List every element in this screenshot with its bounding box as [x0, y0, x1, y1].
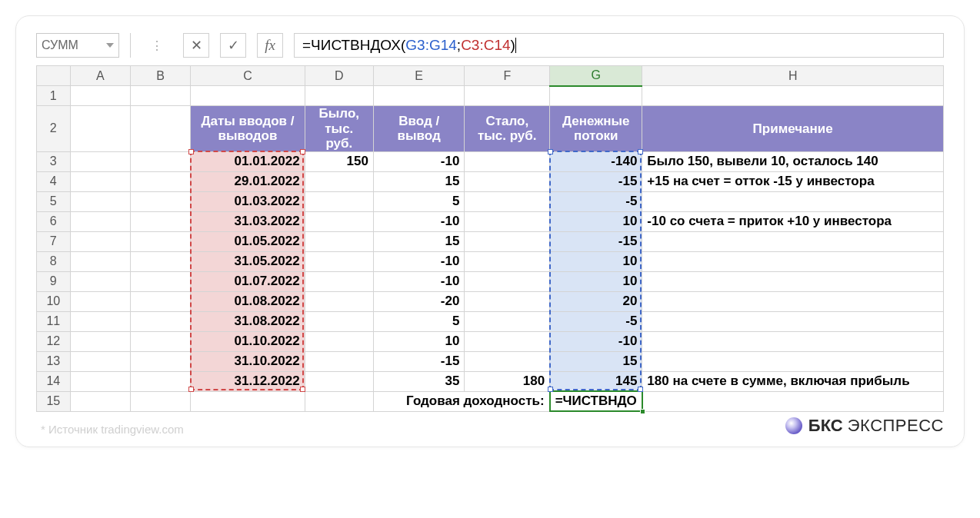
col-header-H[interactable]: H: [642, 66, 944, 86]
cell-was[interactable]: 150: [305, 151, 373, 171]
cell-note[interactable]: [642, 271, 944, 291]
cell-io[interactable]: 5: [373, 191, 464, 211]
select-all-corner[interactable]: [37, 66, 71, 86]
spreadsheet-grid[interactable]: A B C D E F G H 12Даты вводов / выводовБ…: [36, 65, 944, 412]
cell-became[interactable]: [465, 211, 550, 231]
cell-flow[interactable]: -5: [550, 191, 642, 211]
col-header-D[interactable]: D: [305, 66, 373, 86]
formula-input[interactable]: =ЧИСТВНДОХ(G3:G14;C3:C14): [294, 33, 944, 58]
cell-flow[interactable]: -5: [550, 311, 642, 331]
cell-date[interactable]: 01.01.2022: [191, 151, 305, 171]
row-2-header: 2Даты вводов / выводовБыло, тыс. руб.Вво…: [37, 106, 944, 152]
header-E: Ввод / вывод: [373, 106, 464, 152]
cell-io[interactable]: 35: [373, 371, 464, 391]
cell-io[interactable]: -10: [373, 211, 464, 231]
cell-flow[interactable]: -140: [550, 151, 642, 171]
cell-was[interactable]: [305, 211, 373, 231]
cell-note[interactable]: [642, 291, 944, 311]
confirm-button[interactable]: ✓: [220, 33, 246, 58]
cell-was[interactable]: [305, 331, 373, 351]
cell-was[interactable]: [305, 351, 373, 371]
cell-date[interactable]: 01.08.2022: [191, 291, 305, 311]
cell-note[interactable]: -10 со счета = приток +10 у инвестора: [642, 211, 944, 231]
col-header-B[interactable]: B: [130, 66, 190, 86]
cell-flow[interactable]: 10: [550, 271, 642, 291]
cell-note[interactable]: +15 на счет = отток -15 у инвестора: [642, 171, 944, 191]
cell-date[interactable]: 31.05.2022: [191, 251, 305, 271]
cell-became[interactable]: [465, 171, 550, 191]
cell-note[interactable]: Было 150, вывели 10, осталось 140: [642, 151, 944, 171]
cell-io[interactable]: -10: [373, 271, 464, 291]
cell-flow[interactable]: -10: [550, 331, 642, 351]
cell-became[interactable]: 180: [465, 371, 550, 391]
cell-became[interactable]: [465, 331, 550, 351]
name-box[interactable]: СУММ: [36, 33, 119, 58]
cell-date[interactable]: 31.03.2022: [191, 211, 305, 231]
name-box-value: СУММ: [42, 38, 78, 52]
cell-was[interactable]: [305, 311, 373, 331]
cell-was[interactable]: [305, 251, 373, 271]
cell-flow[interactable]: 20: [550, 291, 642, 311]
cell-io[interactable]: -20: [373, 291, 464, 311]
cell-was[interactable]: [305, 231, 373, 251]
cell-io[interactable]: -10: [373, 251, 464, 271]
brand-thin: ЭКСПРЕСС: [848, 416, 944, 435]
cell-date[interactable]: 01.03.2022: [191, 191, 305, 211]
cell-date[interactable]: 29.01.2022: [191, 171, 305, 191]
cell-date[interactable]: 01.10.2022: [191, 331, 305, 351]
cell-flow[interactable]: 145: [550, 371, 642, 391]
cell-io[interactable]: 15: [373, 231, 464, 251]
cell-flow[interactable]: 10: [550, 211, 642, 231]
col-header-A[interactable]: A: [70, 66, 130, 86]
data-row: 831.05.2022-1010: [37, 251, 944, 271]
cell-was[interactable]: [305, 371, 373, 391]
data-row: 501.03.20225-5: [37, 191, 944, 211]
cell-note[interactable]: [642, 191, 944, 211]
cell-became[interactable]: [465, 351, 550, 371]
cell-note[interactable]: 180 на счете в сумме, включая прибыль: [642, 371, 944, 391]
cell-date[interactable]: 01.07.2022: [191, 271, 305, 291]
cancel-button[interactable]: ✕: [183, 33, 209, 58]
cell-flow[interactable]: -15: [550, 171, 642, 191]
cell-note[interactable]: [642, 311, 944, 331]
cell-note[interactable]: [642, 331, 944, 351]
cell-flow[interactable]: 15: [550, 351, 642, 371]
active-cell[interactable]: =ЧИСТВНДО: [550, 391, 642, 411]
cell-note[interactable]: [642, 251, 944, 271]
cell-note[interactable]: [642, 351, 944, 371]
col-header-C[interactable]: C: [191, 66, 305, 86]
cell-became[interactable]: [465, 231, 550, 251]
cell-note[interactable]: [642, 231, 944, 251]
cell-date[interactable]: 31.08.2022: [191, 311, 305, 331]
cell-was[interactable]: [305, 271, 373, 291]
fill-handle[interactable]: [640, 409, 645, 414]
cell-was[interactable]: [305, 171, 373, 191]
cell-date[interactable]: 31.12.2022: [191, 371, 305, 391]
cell-date[interactable]: 01.05.2022: [191, 231, 305, 251]
cell-was[interactable]: [305, 191, 373, 211]
cell-was[interactable]: [305, 291, 373, 311]
result-label: Годовая доходность:: [373, 391, 549, 411]
cell-became[interactable]: [465, 311, 550, 331]
cell-io[interactable]: -10: [373, 151, 464, 171]
cell-became[interactable]: [465, 271, 550, 291]
col-header-E[interactable]: E: [373, 66, 464, 86]
cell-became[interactable]: [465, 291, 550, 311]
col-header-F[interactable]: F: [465, 66, 550, 86]
col-header-G[interactable]: G: [550, 66, 642, 86]
header-D: Было, тыс. руб.: [305, 106, 373, 152]
fx-button[interactable]: fx: [257, 33, 283, 58]
cell-io[interactable]: 15: [373, 171, 464, 191]
header-C: Даты вводов / выводов: [191, 106, 305, 152]
cell-date[interactable]: 31.10.2022: [191, 351, 305, 371]
cell-became[interactable]: [465, 151, 550, 171]
data-row: 429.01.202215-15+15 на счет = отток -15 …: [37, 171, 944, 191]
data-row: 701.05.202215-15: [37, 231, 944, 251]
cell-flow[interactable]: -15: [550, 231, 642, 251]
cell-io[interactable]: 5: [373, 311, 464, 331]
cell-became[interactable]: [465, 191, 550, 211]
cell-became[interactable]: [465, 251, 550, 271]
cell-flow[interactable]: 10: [550, 251, 642, 271]
cell-io[interactable]: -15: [373, 351, 464, 371]
cell-io[interactable]: 10: [373, 331, 464, 351]
